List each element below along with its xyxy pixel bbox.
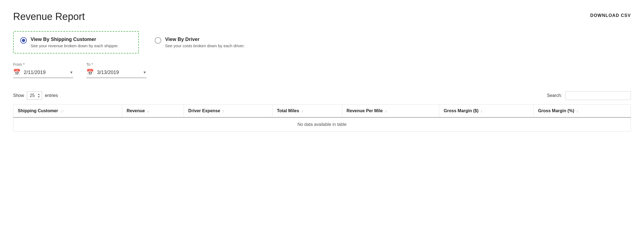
date-to-group: To * 📅 3/13/2019 ▼ — [86, 62, 147, 78]
sort-icon-gross-margin-dollar[interactable]: ↕ — [481, 109, 483, 113]
search-input[interactable] — [565, 91, 631, 100]
data-table: Shipping Customer ↓↑ Revenue ↕ Driver Ex… — [13, 104, 631, 132]
entries-label: entries — [45, 93, 58, 98]
radio-shipping-customer[interactable] — [20, 37, 27, 44]
radio-shipping-customer-inner — [22, 39, 25, 42]
date-from-value: 2/11/2019 — [24, 70, 66, 75]
page-header: Revenue Report DOWNLOAD CSV — [13, 11, 631, 22]
sort-icon-driver-expense[interactable]: ↕ — [222, 109, 224, 113]
col-label-revenue-per-mile: Revenue Per Mile — [347, 108, 383, 113]
date-from-group: From * 📅 2/11/2019 ▼ — [13, 62, 73, 78]
show-entries-group: Show 25 ▲ ▼ entries — [13, 91, 58, 100]
date-to-input-row[interactable]: 📅 3/13/2019 ▼ — [86, 69, 147, 78]
entries-select[interactable]: 25 ▲ ▼ — [27, 91, 42, 100]
download-csv-button[interactable]: DOWNLOAD CSV — [590, 11, 631, 18]
view-option-shipping-customer-text: View By Shipping Customer See your reven… — [31, 37, 119, 48]
entries-value: 25 — [30, 93, 36, 98]
col-header-gross-margin-percent[interactable]: Gross Margin (%) ↕ — [534, 105, 631, 118]
search-row: Search: — [547, 91, 631, 100]
col-header-shipping-customer[interactable]: Shipping Customer ↓↑ — [13, 105, 122, 118]
page-title: Revenue Report — [13, 11, 85, 22]
col-label-total-miles: Total Miles — [277, 108, 299, 113]
date-to-chevron-icon[interactable]: ▼ — [143, 70, 147, 75]
sort-icon-total-miles[interactable]: ↕ — [301, 109, 303, 113]
date-from-label: From * — [13, 62, 73, 67]
view-option-driver[interactable]: View By Driver See your costs broken dow… — [148, 31, 273, 54]
no-data-message: No data available in table — [13, 117, 631, 132]
table-header-row: Shipping Customer ↓↑ Revenue ↕ Driver Ex… — [13, 105, 631, 118]
table-body: No data available in table — [13, 117, 631, 132]
col-header-total-miles[interactable]: Total Miles ↕ — [272, 105, 342, 118]
col-header-revenue[interactable]: Revenue ↕ — [122, 105, 184, 118]
date-from-chevron-icon[interactable]: ▼ — [69, 70, 73, 75]
calendar-to-icon: 📅 — [86, 69, 94, 76]
radio-driver[interactable] — [155, 37, 161, 44]
search-label: Search: — [547, 93, 562, 98]
view-options-group: View By Shipping Customer See your reven… — [13, 31, 631, 54]
sort-icon-revenue[interactable]: ↕ — [147, 109, 149, 113]
view-option-driver-label: View By Driver — [165, 37, 245, 42]
sort-icon-shipping-customer[interactable]: ↓↑ — [60, 109, 64, 113]
view-option-shipping-customer-label: View By Shipping Customer — [31, 37, 119, 42]
date-to-value: 3/13/2019 — [97, 70, 139, 75]
date-to-label: To * — [86, 62, 147, 67]
view-option-shipping-customer[interactable]: View By Shipping Customer See your reven… — [13, 31, 139, 54]
view-option-driver-text: View By Driver See your costs broken dow… — [165, 37, 245, 48]
col-label-gross-margin-percent: Gross Margin (%) — [538, 108, 574, 113]
table-controls: Show 25 ▲ ▼ entries Search: — [13, 91, 631, 100]
col-label-driver-expense: Driver Expense — [188, 108, 220, 113]
col-header-gross-margin-dollar[interactable]: Gross Margin ($) ↕ — [439, 105, 534, 118]
sort-icon-gross-margin-percent[interactable]: ↕ — [576, 109, 578, 113]
sort-icon-revenue-per-mile[interactable]: ↕ — [385, 109, 387, 113]
view-option-driver-description: See your costs broken down by each drive… — [165, 43, 245, 48]
entries-spinner[interactable]: ▲ ▼ — [37, 93, 40, 98]
show-label: Show — [13, 93, 24, 98]
entries-down-arrow[interactable]: ▼ — [37, 96, 40, 98]
col-label-revenue: Revenue — [127, 108, 145, 113]
table-header: Shipping Customer ↓↑ Revenue ↕ Driver Ex… — [13, 105, 631, 118]
page-container: Revenue Report DOWNLOAD CSV View By Ship… — [0, 0, 644, 225]
view-option-shipping-customer-description: See your revenue broken down by each shi… — [31, 43, 119, 48]
date-section: From * 📅 2/11/2019 ▼ To * 📅 3/13/2019 ▼ — [13, 62, 631, 78]
col-label-shipping-customer: Shipping Customer — [18, 108, 58, 113]
date-from-input-row[interactable]: 📅 2/11/2019 ▼ — [13, 69, 73, 78]
no-data-row: No data available in table — [13, 117, 631, 132]
col-header-driver-expense[interactable]: Driver Expense ↕ — [184, 105, 272, 118]
col-label-gross-margin-dollar: Gross Margin ($) — [444, 108, 478, 113]
col-header-revenue-per-mile[interactable]: Revenue Per Mile ↕ — [342, 105, 439, 118]
calendar-from-icon: 📅 — [13, 69, 21, 76]
